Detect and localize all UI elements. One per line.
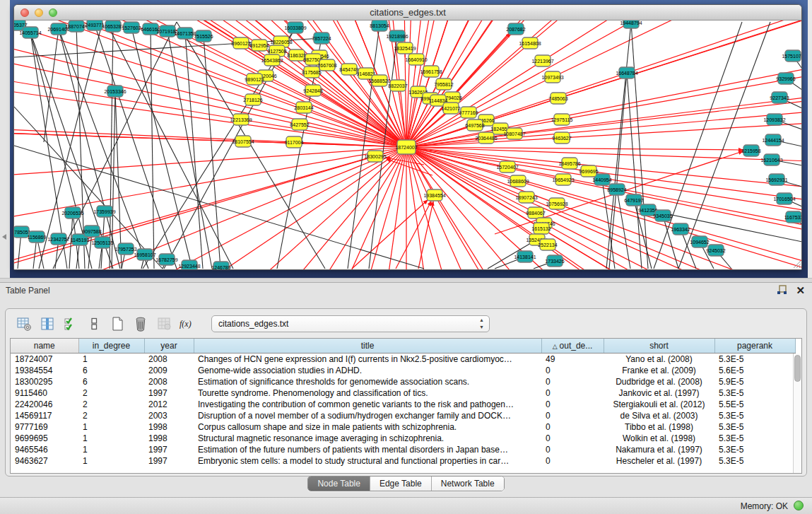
graph-edge[interactable] [406, 147, 801, 269]
graph-node[interactable]: 9117004 [285, 136, 304, 148]
graph-edge[interactable] [44, 29, 59, 142]
memory-status-indicator[interactable] [794, 501, 804, 510]
panel-collapse-arrow[interactable] [2, 234, 6, 240]
graph-node[interactable]: 17359939 [93, 206, 115, 217]
graph-node[interactable]: 12093832 [763, 114, 785, 125]
table-row[interactable]: 946554611997Estimation of the future num… [11, 444, 795, 455]
table-row[interactable]: 1456911722003Disruption of a novel membe… [11, 410, 795, 421]
graph-node[interactable]: 9890123 [245, 74, 264, 85]
graph-hub-node[interactable]: 18724007 [395, 140, 417, 154]
graph-node[interactable]: 18107554 [232, 136, 254, 147]
graph-edge[interactable] [259, 147, 406, 269]
graph-node[interactable]: 7955812 [434, 78, 453, 90]
graph-node[interactable]: 14055714 [19, 27, 41, 38]
graph-node[interactable]: 15751074 [782, 50, 801, 62]
tab-network-table[interactable]: Network Table [432, 477, 504, 491]
graph-node[interactable]: 16543862 [261, 54, 283, 66]
graph-node[interactable]: 7857224 [312, 33, 331, 44]
graph-node[interactable]: 16782759 [155, 254, 177, 265]
graph-node[interactable]: 17016504 [773, 193, 795, 204]
rows-icon[interactable] [85, 315, 103, 333]
column-header-short[interactable]: short [604, 339, 714, 353]
table-row[interactable]: 2242004622012Investigating the contribut… [11, 399, 795, 410]
graph-node[interactable]: 12342757 [47, 233, 69, 245]
table-header-row[interactable]: namein_degreeyeartitle△out_de...shortpag… [11, 339, 795, 353]
graph-node[interactable]: 9345035 [653, 210, 672, 221]
graph-edge[interactable] [606, 23, 631, 269]
table-mode-icon[interactable] [15, 315, 33, 333]
graph-edge[interactable] [348, 25, 379, 269]
graph-edge[interactable] [406, 26, 801, 147]
graph-node[interactable]: 16958107 [134, 249, 155, 260]
table-row[interactable]: 1938455462009Genome-wide association stu… [11, 365, 795, 376]
graph-node[interactable]: 7485063 [548, 93, 567, 104]
graph-node[interactable]: 19654923 [552, 174, 574, 185]
graph-node[interactable]: 2803144 [294, 102, 313, 113]
graph-node[interactable]: 9097588 [82, 226, 101, 237]
table-row[interactable]: 911546021997Tourette syndrome. Phenomeno… [11, 387, 795, 399]
graph-node[interactable]: 12213967 [531, 55, 553, 66]
graph-node[interactable]: 10653287 [102, 21, 124, 32]
table-row[interactable]: 1872400712008Changes of HCN gene express… [11, 353, 795, 365]
table-select-dropdown[interactable]: citations_edges.txt▲▼ [211, 315, 490, 332]
graph-edge[interactable] [131, 28, 192, 269]
graph-node[interactable]: 9463627 [552, 132, 571, 144]
table-row[interactable]: 1830029562008Estimation of significance … [11, 376, 795, 387]
graph-node[interactable]: 15692931 [765, 174, 787, 185]
graph-node[interactable]: 16210643 [760, 154, 782, 165]
graph-node[interactable]: 9777169 [459, 107, 478, 118]
graph-node[interactable]: 1733426 [545, 255, 564, 267]
graph-edge[interactable] [106, 22, 233, 269]
tab-edge-table[interactable]: Edge Table [370, 477, 432, 491]
float-panel-icon[interactable] [777, 285, 787, 296]
graph-edge[interactable] [95, 25, 177, 269]
network-canvas[interactable]: 1605377140557142069140618870749249377110… [14, 21, 801, 269]
graph-node[interactable]: 20364486 [475, 132, 497, 144]
graph-node[interactable]: 16154808 [519, 37, 541, 49]
graph-node[interactable]: 9329966 [776, 73, 795, 84]
graph-node[interactable]: 8215958 [741, 145, 760, 156]
graph-node[interactable]: 9227343 [770, 92, 789, 103]
column-header-pagerank[interactable]: pagerank [714, 339, 795, 353]
graph-edge[interactable] [654, 22, 742, 269]
show-columns-icon[interactable] [38, 315, 57, 333]
graph-node[interactable]: 1615132 [531, 223, 551, 234]
new-column-icon[interactable] [108, 315, 126, 333]
graph-node[interactable]: 19448794 [620, 21, 642, 28]
graph-node[interactable]: 9884067 [526, 207, 545, 218]
table-row[interactable]: 969969511998Structural magnetic resonanc… [11, 433, 795, 444]
graph-edge[interactable] [14, 107, 163, 269]
graph-edge[interactable] [167, 31, 212, 269]
graph-node[interactable]: 2718126 [243, 94, 262, 105]
function-builder-icon[interactable]: f(x) [178, 315, 196, 333]
graph-node[interactable]: 16961758 [420, 66, 442, 77]
graph-node[interactable]: 18870749 [65, 21, 87, 32]
graph-node[interactable]: 19384554 [423, 189, 445, 201]
graph-node[interactable]: 2522134 [538, 239, 557, 250]
graph-node[interactable]: 1246789 [211, 262, 230, 269]
scrollbar-thumb[interactable] [794, 355, 801, 382]
graph-node[interactable]: 12505135 [91, 237, 113, 248]
graph-node[interactable]: 18495786 [558, 158, 580, 169]
graph-node[interactable]: 8175685 [302, 66, 321, 78]
graph-node[interactable]: 16640910 [405, 54, 427, 65]
graph-node[interactable]: 20206536 [61, 207, 83, 218]
column-header-out_de[interactable]: △out_de... [541, 339, 604, 353]
graph-node[interactable]: 12923448 [178, 260, 200, 269]
graph-node[interactable]: 6479197 [624, 194, 643, 206]
graph-node[interactable]: 16033809 [284, 22, 306, 33]
graph-node[interactable]: 8960123 [231, 37, 250, 49]
horizontal-splitter[interactable] [0, 278, 812, 283]
graph-edge[interactable] [115, 91, 122, 269]
graph-node[interactable]: 8813054 [370, 21, 389, 31]
graph-edge[interactable] [204, 36, 220, 269]
graph-node[interactable]: 1156869 [28, 231, 47, 243]
graph-node[interactable]: 12975115 [551, 114, 573, 125]
graph-node[interactable]: 1527602 [122, 22, 141, 33]
graph-node[interactable]: 10973493 [541, 71, 563, 83]
network-window-titlebar[interactable]: citations_edges.txt [14, 5, 801, 21]
table-vertical-scrollbar[interactable] [793, 354, 801, 473]
graph-node[interactable]: 15720407 [496, 161, 518, 173]
graph-edge[interactable] [631, 23, 648, 269]
graph-node[interactable]: 12213369 [230, 114, 252, 125]
